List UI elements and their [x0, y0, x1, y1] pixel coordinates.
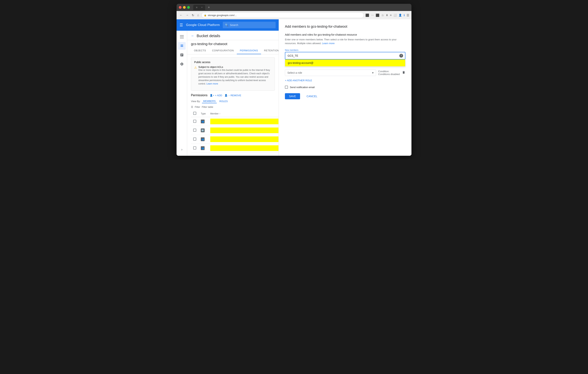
add-member-button[interactable]: 👤+ + ADD [210, 94, 222, 97]
cancel-button[interactable]: CANCEL [302, 93, 321, 99]
new-members-input-wrapper: ? [285, 52, 405, 60]
filter-row: ☰ Filter Filter table [191, 106, 275, 108]
warning-title: Subject to object ACLs [198, 65, 272, 68]
home-button[interactable]: ⌂ [196, 13, 200, 18]
sidebar-item-menu[interactable] [178, 33, 186, 41]
menu-icon[interactable]: ☰ [407, 13, 409, 17]
row-checkbox[interactable] [193, 129, 196, 132]
view-by-members-button[interactable]: MEMBERS [202, 99, 217, 103]
address-text: storage.googleapis.com/... [208, 14, 362, 17]
account-icon[interactable]: 👤 [399, 14, 402, 17]
col-member-header: Member ↑ [208, 110, 279, 117]
remove-member-button[interactable]: 👤- - REMOVE [224, 94, 241, 97]
svg-rect-2 [180, 38, 184, 38]
notification-row: Send notification email [285, 86, 405, 89]
more-icon[interactable]: ··· [371, 13, 374, 17]
role-select-wrapper: Select a role ▼ [285, 70, 376, 76]
modal-description: Enter one or more members below. Then se… [285, 38, 405, 45]
modal-actions: SAVE CANCEL [285, 93, 405, 99]
browser-tab[interactable]: ≡ × [193, 5, 205, 10]
main-content: ☰ Google Cloud Platform 🔍 Search [177, 19, 411, 156]
permissions-header: Permissions 👤+ + ADD 👤- - REMOVE [191, 94, 275, 97]
address-bar[interactable]: 🔒 storage.googleapis.com/... [201, 12, 364, 18]
redacted-member [210, 119, 278, 124]
autocomplete-dropdown: gcs-testing-account@ [285, 60, 405, 66]
close-button[interactable] [179, 6, 181, 9]
remove-icon: 👤- [224, 94, 228, 97]
sidebar-item-storage[interactable] [178, 42, 186, 50]
conditions-disabled-text: Conditions disabled [378, 73, 400, 75]
synced-tabs-icon[interactable]: ⬜ [393, 14, 397, 17]
svg-rect-1 [180, 37, 184, 37]
warning-icon: ⚠ [194, 66, 197, 69]
notification-checkbox[interactable] [285, 86, 288, 89]
reload-button[interactable]: ↻ [191, 13, 195, 18]
select-all-checkbox[interactable] [193, 112, 196, 115]
save-button[interactable]: SAVE [285, 93, 300, 99]
add-another-role-button[interactable]: + ADD ANOTHER ROLE [285, 79, 405, 82]
autocomplete-item[interactable]: gcs-testing-account@ [285, 60, 405, 66]
member-icon: 👥 [201, 137, 205, 141]
sidebar-icon[interactable]: ≡ [390, 14, 392, 17]
collapse-sidebar-button[interactable] [178, 146, 186, 153]
row-checkbox[interactable] [193, 120, 196, 123]
tab-close-button[interactable]: × [201, 6, 202, 9]
sidebar-item-settings[interactable] [178, 60, 186, 68]
star-icon[interactable]: ☆ [381, 13, 384, 17]
search-placeholder: Search [230, 23, 238, 27]
modal-section-title: Add members and roles for gcs-testing-fo… [285, 33, 405, 36]
table-row: 👥 [191, 135, 279, 144]
gcp-sidebar [177, 31, 187, 156]
filter-label: Filter [195, 106, 200, 108]
gcp-body: ← Bucket details gcs-testing-for-chatwoo… [177, 31, 279, 156]
table-row: 👥 [191, 117, 279, 126]
new-members-input[interactable] [285, 52, 405, 59]
row-checkbox[interactable] [193, 147, 196, 150]
forward-button[interactable]: → [185, 13, 189, 18]
tab-permissions[interactable]: PERMISSIONS [237, 47, 261, 54]
row-checkbox[interactable] [193, 138, 196, 140]
back-button[interactable]: ← [179, 13, 183, 18]
bucket-content: Public access ⚠ Subject to object ACLs O… [187, 54, 279, 156]
filter-table-label: Filter table [202, 106, 213, 108]
browserbar: ← → ↻ ⌂ 🔒 storage.googleapis.com/... ⬛ ·… [177, 11, 411, 19]
view-by-roles-button[interactable]: ROLES [218, 99, 229, 103]
new-tab-button[interactable]: + [208, 5, 210, 10]
nav-menu-button[interactable]: ☰ [179, 23, 183, 27]
info-icon[interactable]: ℹ [404, 14, 405, 17]
minimize-button[interactable] [183, 6, 186, 9]
search-icon: 🔍 [225, 23, 228, 27]
table-row: 🔤 GC [191, 126, 279, 135]
warning-row: ⚠ Subject to object ACLs One or more obj… [194, 65, 272, 85]
role-select[interactable]: Select a role [285, 70, 376, 76]
downloads-icon[interactable]: ⬇ [386, 14, 388, 17]
tab-icon: ≡ [196, 6, 197, 9]
view-by: View By: MEMBERS ROLES [191, 99, 275, 103]
sidebar-item-analytics[interactable] [178, 51, 186, 59]
col-type-header: Type [199, 110, 208, 117]
conditions-label: Condition: [378, 70, 389, 73]
back-to-browser-button[interactable]: ← [191, 34, 194, 38]
titlebar: ≡ × + [177, 4, 411, 11]
description-learn-more-link[interactable]: Learn more [322, 42, 335, 45]
bucket-header: ← Bucket details [187, 31, 279, 40]
gcp-search-bar[interactable]: 🔍 Search [223, 22, 276, 28]
permissions-title: Permissions [191, 94, 207, 97]
tab-configuration[interactable]: CONFIGURATION [209, 47, 237, 54]
browser-toolbar: ⬛ ··· ⬛ ☆ ⬇ ≡ ⬜ 👤 ℹ ☰ [365, 13, 409, 17]
member-icon: 👥 [201, 119, 205, 123]
bookmark-icon[interactable]: ⬛ [365, 13, 369, 17]
gcp-panel: ☰ Google Cloud Platform 🔍 Search [177, 19, 279, 156]
bucket-details-title: Bucket details [197, 34, 220, 38]
learn-more-link[interactable]: Learn more [207, 82, 218, 85]
filter-icon: ☰ [191, 106, 193, 108]
redacted-member [210, 145, 278, 151]
tab-retention[interactable]: RETENTION [261, 47, 279, 54]
modal-panel: Add members to gcs-testing-for-chatwoot … [279, 19, 411, 156]
pocket-icon[interactable]: ⬛ [376, 13, 379, 17]
maximize-button[interactable] [187, 6, 190, 9]
help-icon[interactable]: ? [399, 54, 403, 58]
table-row: 👥 [191, 144, 279, 153]
tab-objects[interactable]: OBJECTS [191, 47, 209, 54]
delete-role-button[interactable] [402, 71, 405, 75]
